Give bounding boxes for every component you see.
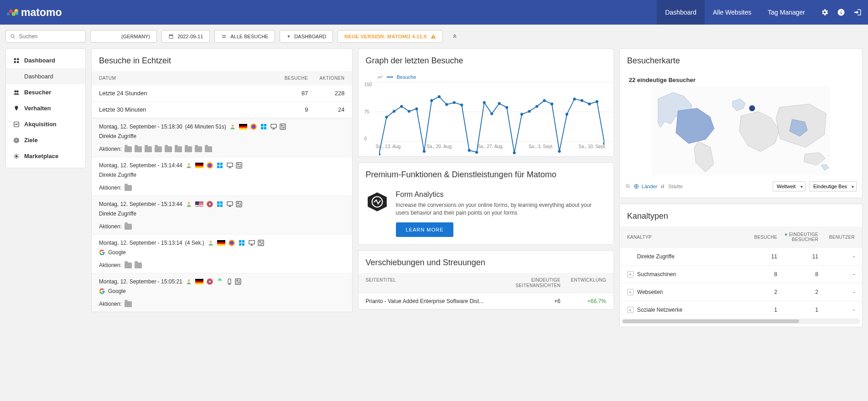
form-analytics-icon <box>366 190 389 213</box>
expand-button[interactable]: + <box>627 271 634 278</box>
svg-point-75 <box>209 281 210 282</box>
buildings-icon[interactable] <box>660 184 665 189</box>
folder-icon[interactable] <box>165 146 172 152</box>
globe-icon[interactable] <box>634 184 639 189</box>
sidebar-item-besucher[interactable]: Besucher <box>6 84 85 100</box>
shifts-row[interactable]: Prianto - Value Added Enterprise Softwar… <box>359 293 613 309</box>
folder-icon[interactable] <box>205 146 212 152</box>
channels-widget: Kanaltypen KANALTYP BESUCHE ▼EINDEUTIGE … <box>619 204 863 327</box>
visitor-icon <box>185 200 192 208</box>
flag-icon <box>195 163 203 168</box>
svg-point-109 <box>580 99 583 102</box>
logo[interactable]: matomo <box>6 6 62 19</box>
chart-widget: Graph der letzten Besuche Besuche 150 75… <box>358 48 614 157</box>
realtime-visit[interactable]: Montag, 12. September - 15:18:30(46 Minu… <box>92 118 352 157</box>
info-icon[interactable] <box>837 8 845 16</box>
map-link-cities[interactable]: Städte <box>668 184 683 189</box>
update-notice[interactable]: NEUE VERSION: MATOMO 4.11.0 <box>338 30 443 43</box>
chart-legend[interactable]: Besuche <box>366 74 606 80</box>
svg-rect-65 <box>239 243 241 246</box>
map-metric-select[interactable]: Eindeutige Bes <box>809 181 857 191</box>
horizontal-scrollbar[interactable] <box>622 319 860 324</box>
top-nav-item[interactable]: Dashboard <box>657 0 705 25</box>
folder-icon[interactable] <box>175 146 182 152</box>
svg-point-87 <box>415 108 418 110</box>
map-scope-select[interactable]: Weltweit <box>773 181 806 191</box>
device-icons <box>226 200 243 208</box>
svg-line-119 <box>629 187 630 189</box>
folder-icon[interactable] <box>135 262 142 268</box>
channel-row[interactable]: +Suchmaschinen88- <box>620 265 862 283</box>
dashboard-selector[interactable]: ▼ DASHBOARD <box>280 30 333 43</box>
svg-rect-15 <box>17 61 19 63</box>
svg-point-46 <box>237 164 239 165</box>
svg-rect-40 <box>217 166 219 168</box>
date-selector[interactable]: 2022-09-11 <box>161 30 210 43</box>
folder-icon[interactable] <box>145 146 152 152</box>
calendar-icon <box>168 34 174 39</box>
sidebar-item-akquisition[interactable]: Akquisition <box>6 116 85 132</box>
gear-icon[interactable] <box>821 8 829 16</box>
learn-more-button[interactable]: LEARN MORE <box>396 222 454 237</box>
folder-icon[interactable] <box>125 224 132 230</box>
verhalten-icon <box>13 105 20 112</box>
svg-point-34 <box>281 125 283 127</box>
os-icon <box>216 162 223 169</box>
folder-icon[interactable] <box>195 146 202 152</box>
segment-icon <box>221 34 227 39</box>
channel-row[interactable]: +Soziale Netzwerke11- <box>620 301 862 319</box>
realtime-visit[interactable]: Montag, 12. September - 15:14:44Direkte … <box>92 157 352 195</box>
device-icons <box>226 162 243 169</box>
sidebar-subitem[interactable]: Dashboard <box>6 68 85 84</box>
channel-row[interactable]: +Webseiten22- <box>620 283 862 301</box>
browser-icon <box>228 239 235 247</box>
sidebar-item-marketplace[interactable]: Marketplace <box>6 148 85 164</box>
svg-point-98 <box>498 102 500 105</box>
svg-point-23 <box>232 124 234 127</box>
top-nav-item[interactable]: Alle Websites <box>705 0 760 25</box>
expand-button[interactable]: + <box>627 289 634 295</box>
collapse-toolbar-button[interactable] <box>447 31 462 43</box>
flag-icon <box>195 279 203 284</box>
channel-row[interactable]: Direkte Zugriffe1111- <box>620 247 862 265</box>
sidebar-item-verhalten[interactable]: Verhalten <box>6 100 85 116</box>
folder-icon[interactable] <box>125 301 132 307</box>
folder-icon[interactable] <box>135 146 142 152</box>
svg-point-11 <box>224 35 226 36</box>
svg-point-108 <box>573 98 576 100</box>
svg-rect-12 <box>14 58 16 60</box>
sidebar-item-dashboard[interactable]: Dashboard <box>6 52 85 68</box>
realtime-visit[interactable]: Montag, 12. September - 15:05:21GoogleAk… <box>92 273 352 312</box>
folder-icon[interactable] <box>185 146 192 152</box>
svg-rect-28 <box>261 127 263 129</box>
svg-point-17 <box>16 90 19 93</box>
folder-icon[interactable] <box>125 146 132 152</box>
sort-caret-icon: ▼ <box>784 232 788 237</box>
svg-rect-80 <box>235 279 241 284</box>
sidebar-item-ziele[interactable]: Ziele <box>6 132 85 148</box>
logout-icon[interactable] <box>853 8 862 16</box>
segment-selector[interactable]: ALLE BESUCHE <box>214 30 275 43</box>
site-selector[interactable]: (GERMANY) <box>90 30 157 43</box>
chart-canvas[interactable]: 150 75 0 <box>366 82 606 141</box>
map-link-countries[interactable]: Länder <box>642 184 657 189</box>
top-nav-item[interactable]: Tag Manager <box>759 0 813 25</box>
visitor-icon <box>229 123 236 130</box>
realtime-visit[interactable]: Montag, 12. September - 15:13:14(4 Sek.)… <box>92 234 352 273</box>
zoom-out-icon[interactable] <box>625 184 631 189</box>
svg-point-72 <box>187 279 190 282</box>
svg-point-22 <box>16 155 18 157</box>
folder-icon[interactable] <box>125 185 132 191</box>
svg-rect-29 <box>264 127 266 129</box>
svg-point-103 <box>535 105 538 108</box>
search-box[interactable] <box>5 30 86 43</box>
svg-point-79 <box>229 283 229 284</box>
svg-point-76 <box>218 279 219 280</box>
realtime-visit[interactable]: Montag, 12. September - 15:13:44Direkte … <box>92 195 352 234</box>
realtime-table-head: DATUM BESUCHE AKTIONEN <box>92 71 352 85</box>
search-input[interactable] <box>19 33 81 40</box>
world-map[interactable] <box>625 86 857 175</box>
expand-button[interactable]: + <box>627 307 634 313</box>
folder-icon[interactable] <box>155 146 162 152</box>
folder-icon[interactable] <box>125 262 132 268</box>
